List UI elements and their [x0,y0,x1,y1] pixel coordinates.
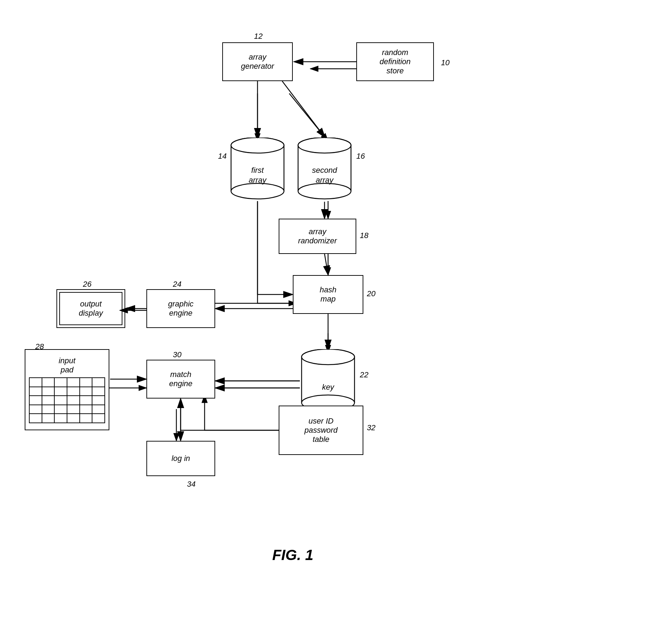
svg-text:key: key [322,383,335,391]
svg-line-3 [289,93,328,141]
random-def-store-label: random definition store [380,48,411,75]
hash-map-label: hash map [320,285,337,304]
svg-text:array: array [316,176,334,184]
svg-text:array: array [249,176,267,184]
diagram: array generator 12 random definition sto… [0,0,672,620]
key-node: key [300,349,356,413]
array-randomizer-label: array randomizer [298,227,337,245]
svg-text:first: first [251,166,264,175]
log-in-label: log in [171,454,190,463]
figure-title-text: FIG. 1 [272,547,314,563]
first-array-ref: 14 [218,152,226,161]
hash-map-node: hash map [293,275,363,314]
svg-point-15 [231,183,284,199]
random-def-store-ref: 10 [441,58,449,67]
svg-line-39 [325,254,328,274]
svg-point-24 [298,138,351,153]
first-array-node: first array [229,138,286,201]
match-engine-node: match engine [146,360,215,399]
graphic-engine-node: graphic engine [146,289,215,328]
second-array-node: second array [296,138,353,201]
log-in-node: log in [146,441,215,476]
second-array-ref: 16 [356,152,365,161]
match-engine-ref: 30 [173,350,181,359]
hash-map-ref: 20 [367,289,375,298]
svg-point-16 [231,138,284,153]
array-randomizer-node: array randomizer [279,219,356,254]
output-display-inner: output display [59,292,122,325]
input-pad-label: input pad [59,356,75,375]
svg-point-23 [298,183,351,199]
output-display-node: output display [56,289,125,328]
svg-text:second: second [312,166,338,175]
input-pad-node: input pad [25,349,109,430]
user-id-password-table-label: user ID password table [304,417,338,444]
user-id-password-table-node: user ID password table [279,406,363,455]
array-generator-ref: 12 [254,32,262,41]
graphic-engine-label: graphic engine [168,299,193,318]
svg-point-32 [302,349,355,365]
random-def-store-node: random definition store [356,42,434,81]
graphic-engine-ref: 24 [173,280,181,289]
svg-line-37 [282,81,325,137]
array-generator-node: array generator [222,42,293,81]
input-pad-ref: 28 [35,342,44,351]
first-array-cylinder-svg: first array [229,138,286,201]
second-array-cylinder-svg: second array [296,138,353,201]
output-display-ref: 26 [83,280,91,289]
figure-title: FIG. 1 [240,547,346,564]
log-in-ref: 34 [187,480,195,489]
array-randomizer-ref: 18 [360,231,368,240]
array-generator-label: array generator [241,53,274,71]
output-display-label: output display [79,299,103,318]
key-ref: 22 [360,370,368,379]
match-engine-label: match engine [169,370,192,388]
key-cylinder-svg: key [300,349,356,413]
user-id-password-table-ref: 32 [367,423,375,432]
